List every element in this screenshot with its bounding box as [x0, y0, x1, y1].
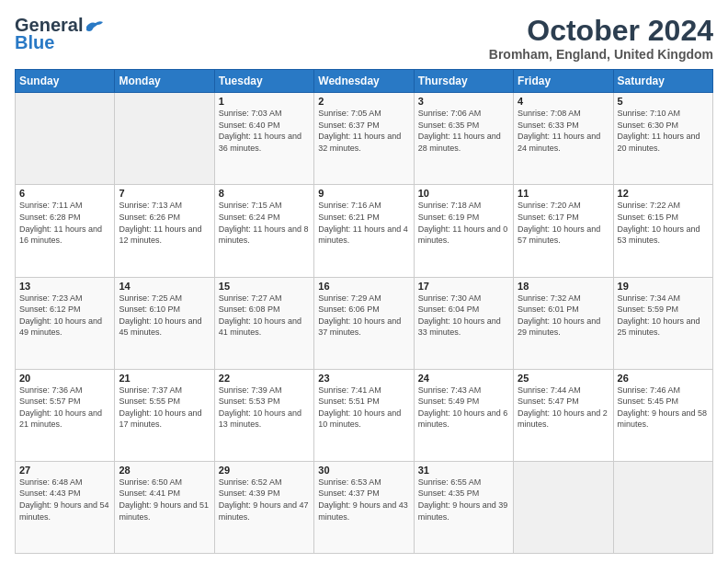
day-number: 15 [219, 281, 310, 292]
calendar-cell-w3-d7: 19Sunrise: 7:34 AM Sunset: 5:59 PM Dayli… [613, 277, 712, 369]
calendar-cell-w4-d3: 22Sunrise: 7:39 AM Sunset: 5:53 PM Dayli… [214, 369, 313, 461]
calendar-week-1: 1Sunrise: 7:03 AM Sunset: 6:40 PM Daylig… [16, 93, 713, 185]
day-number: 12 [618, 188, 709, 199]
calendar-cell-w4-d7: 26Sunrise: 7:46 AM Sunset: 5:45 PM Dayli… [613, 369, 712, 461]
day-number: 9 [318, 188, 409, 199]
day-info: Sunrise: 7:44 AM Sunset: 5:47 PM Dayligh… [518, 385, 609, 431]
day-number: 18 [518, 281, 609, 292]
col-wednesday: Wednesday [314, 70, 414, 93]
day-number: 10 [418, 188, 509, 199]
day-number: 30 [318, 465, 409, 476]
calendar-cell-w3-d3: 15Sunrise: 7:27 AM Sunset: 6:08 PM Dayli… [214, 277, 313, 369]
calendar-cell-w2-d2: 7Sunrise: 7:13 AM Sunset: 6:26 PM Daylig… [115, 185, 214, 277]
col-friday: Friday [514, 70, 613, 93]
calendar-cell-w2-d6: 11Sunrise: 7:20 AM Sunset: 6:17 PM Dayli… [514, 185, 613, 277]
day-number: 3 [418, 96, 509, 107]
day-info: Sunrise: 7:34 AM Sunset: 5:59 PM Dayligh… [618, 293, 709, 339]
logo: General Blue [15, 15, 105, 53]
calendar-cell-w4-d5: 24Sunrise: 7:43 AM Sunset: 5:49 PM Dayli… [414, 369, 513, 461]
calendar-cell-w5-d6 [514, 461, 613, 553]
day-number: 13 [19, 281, 110, 292]
calendar-cell-w1-d2 [115, 93, 214, 185]
day-info: Sunrise: 6:48 AM Sunset: 4:43 PM Dayligh… [19, 477, 110, 523]
calendar-cell-w1-d7: 5Sunrise: 7:10 AM Sunset: 6:30 PM Daylig… [613, 93, 712, 185]
calendar-cell-w2-d1: 6Sunrise: 7:11 AM Sunset: 6:28 PM Daylig… [16, 185, 115, 277]
col-monday: Monday [115, 70, 214, 93]
page: General Blue October 2024 Bromham, Engla… [0, 0, 728, 563]
day-info: Sunrise: 6:53 AM Sunset: 4:37 PM Dayligh… [318, 477, 409, 523]
day-number: 1 [219, 96, 310, 107]
day-number: 21 [119, 373, 210, 384]
day-info: Sunrise: 7:20 AM Sunset: 6:17 PM Dayligh… [518, 200, 609, 246]
day-number: 16 [318, 281, 409, 292]
day-info: Sunrise: 7:16 AM Sunset: 6:21 PM Dayligh… [318, 200, 409, 246]
calendar-cell-w5-d3: 29Sunrise: 6:52 AM Sunset: 4:39 PM Dayli… [214, 461, 313, 553]
day-info: Sunrise: 7:27 AM Sunset: 6:08 PM Dayligh… [219, 293, 310, 339]
day-number: 5 [618, 96, 709, 107]
calendar-week-2: 6Sunrise: 7:11 AM Sunset: 6:28 PM Daylig… [16, 185, 713, 277]
calendar-table: Sunday Monday Tuesday Wednesday Thursday… [15, 69, 713, 554]
calendar-cell-w2-d7: 12Sunrise: 7:22 AM Sunset: 6:15 PM Dayli… [613, 185, 712, 277]
title-section: October 2024 Bromham, England, United Ki… [489, 15, 713, 62]
day-info: Sunrise: 7:25 AM Sunset: 6:10 PM Dayligh… [119, 293, 210, 339]
day-info: Sunrise: 7:32 AM Sunset: 6:01 PM Dayligh… [518, 293, 609, 339]
day-info: Sunrise: 7:30 AM Sunset: 6:04 PM Dayligh… [418, 293, 509, 339]
header: General Blue October 2024 Bromham, Engla… [15, 15, 713, 62]
day-info: Sunrise: 7:39 AM Sunset: 5:53 PM Dayligh… [219, 385, 310, 431]
day-info: Sunrise: 7:46 AM Sunset: 5:45 PM Dayligh… [618, 385, 709, 431]
calendar-cell-w2-d5: 10Sunrise: 7:18 AM Sunset: 6:19 PM Dayli… [414, 185, 513, 277]
day-number: 22 [219, 373, 310, 384]
day-number: 27 [19, 465, 110, 476]
day-info: Sunrise: 7:37 AM Sunset: 5:55 PM Dayligh… [119, 385, 210, 431]
day-info: Sunrise: 7:08 AM Sunset: 6:33 PM Dayligh… [518, 108, 609, 154]
day-info: Sunrise: 7:05 AM Sunset: 6:37 PM Dayligh… [318, 108, 409, 154]
day-info: Sunrise: 6:52 AM Sunset: 4:39 PM Dayligh… [219, 477, 310, 523]
day-info: Sunrise: 7:29 AM Sunset: 6:06 PM Dayligh… [318, 293, 409, 339]
calendar-cell-w4-d6: 25Sunrise: 7:44 AM Sunset: 5:47 PM Dayli… [514, 369, 613, 461]
day-info: Sunrise: 7:06 AM Sunset: 6:35 PM Dayligh… [418, 108, 509, 154]
calendar-cell-w3-d5: 17Sunrise: 7:30 AM Sunset: 6:04 PM Dayli… [414, 277, 513, 369]
day-info: Sunrise: 7:22 AM Sunset: 6:15 PM Dayligh… [618, 200, 709, 246]
day-number: 25 [518, 373, 609, 384]
calendar-cell-w5-d5: 31Sunrise: 6:55 AM Sunset: 4:35 PM Dayli… [414, 461, 513, 553]
day-info: Sunrise: 6:50 AM Sunset: 4:41 PM Dayligh… [119, 477, 210, 523]
day-number: 11 [518, 188, 609, 199]
col-sunday: Sunday [16, 70, 115, 93]
calendar-cell-w1-d1 [16, 93, 115, 185]
calendar-cell-w1-d3: 1Sunrise: 7:03 AM Sunset: 6:40 PM Daylig… [214, 93, 313, 185]
day-number: 2 [318, 96, 409, 107]
calendar-cell-w2-d4: 9Sunrise: 7:16 AM Sunset: 6:21 PM Daylig… [314, 185, 414, 277]
day-info: Sunrise: 7:18 AM Sunset: 6:19 PM Dayligh… [418, 200, 509, 246]
day-info: Sunrise: 7:10 AM Sunset: 6:30 PM Dayligh… [618, 108, 709, 154]
day-info: Sunrise: 7:13 AM Sunset: 6:26 PM Dayligh… [119, 200, 210, 246]
day-info: Sunrise: 7:15 AM Sunset: 6:24 PM Dayligh… [219, 200, 310, 246]
calendar-cell-w4-d1: 20Sunrise: 7:36 AM Sunset: 5:57 PM Dayli… [16, 369, 115, 461]
day-number: 31 [418, 465, 509, 476]
location: Bromham, England, United Kingdom [489, 47, 713, 62]
calendar-cell-w5-d1: 27Sunrise: 6:48 AM Sunset: 4:43 PM Dayli… [16, 461, 115, 553]
calendar-cell-w3-d4: 16Sunrise: 7:29 AM Sunset: 6:06 PM Dayli… [314, 277, 414, 369]
logo-bird-icon [85, 19, 105, 34]
calendar-week-4: 20Sunrise: 7:36 AM Sunset: 5:57 PM Dayli… [16, 369, 713, 461]
day-number: 26 [618, 373, 709, 384]
day-number: 19 [618, 281, 709, 292]
calendar-header-row: Sunday Monday Tuesday Wednesday Thursday… [16, 70, 713, 93]
day-number: 6 [19, 188, 110, 199]
day-number: 23 [318, 373, 409, 384]
calendar-cell-w3-d6: 18Sunrise: 7:32 AM Sunset: 6:01 PM Dayli… [514, 277, 613, 369]
col-tuesday: Tuesday [214, 70, 313, 93]
calendar-cell-w1-d5: 3Sunrise: 7:06 AM Sunset: 6:35 PM Daylig… [414, 93, 513, 185]
day-number: 24 [418, 373, 509, 384]
calendar-week-5: 27Sunrise: 6:48 AM Sunset: 4:43 PM Dayli… [16, 461, 713, 553]
calendar-cell-w2-d3: 8Sunrise: 7:15 AM Sunset: 6:24 PM Daylig… [214, 185, 313, 277]
day-number: 4 [518, 96, 609, 107]
day-number: 17 [418, 281, 509, 292]
col-saturday: Saturday [613, 70, 712, 93]
calendar-cell-w3-d1: 13Sunrise: 7:23 AM Sunset: 6:12 PM Dayli… [16, 277, 115, 369]
day-number: 28 [119, 465, 210, 476]
calendar-cell-w1-d6: 4Sunrise: 7:08 AM Sunset: 6:33 PM Daylig… [514, 93, 613, 185]
calendar-cell-w3-d2: 14Sunrise: 7:25 AM Sunset: 6:10 PM Dayli… [115, 277, 214, 369]
day-info: Sunrise: 7:23 AM Sunset: 6:12 PM Dayligh… [19, 293, 110, 339]
calendar-cell-w4-d4: 23Sunrise: 7:41 AM Sunset: 5:51 PM Dayli… [314, 369, 414, 461]
day-info: Sunrise: 7:11 AM Sunset: 6:28 PM Dayligh… [19, 200, 110, 246]
